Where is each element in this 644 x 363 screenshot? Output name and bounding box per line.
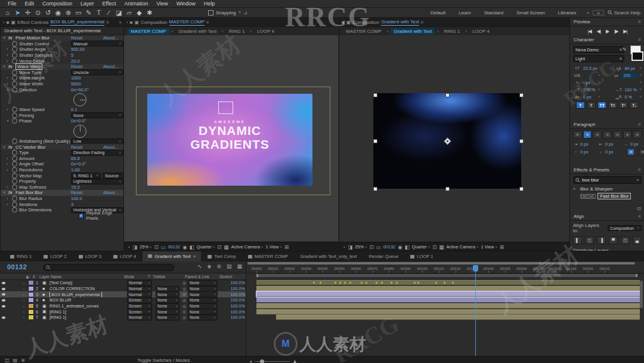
clear-search-icon[interactable]: ×: [636, 177, 639, 183]
resolution-select[interactable]: Quarter˅: [412, 244, 431, 250]
eye-icon[interactable]: [2, 299, 5, 302]
layer-name[interactable]: BOX BLUR: [49, 297, 127, 303]
effect-header-fast-box-blur[interactable]: ˅fxFast Box BlurResetAbout...: [1, 190, 124, 196]
keyframe-mark[interactable]: [381, 282, 383, 284]
mode-dropdown[interactable]: Normal˅: [127, 315, 152, 321]
trkmat-column-header[interactable]: TrkMat: [153, 275, 185, 279]
twirl-open-icon[interactable]: ˅: [3, 36, 8, 40]
layer-name[interactable]: BOX BLUR_experimental: [49, 292, 127, 297]
vertical-scale-field[interactable]: ↕T100 %˅: [573, 86, 600, 93]
graph-editor-icon[interactable]: ▦: [237, 263, 242, 269]
breadcrumb-gradient-with-text[interactable]: Gradient with Text: [175, 28, 219, 35]
trkmat-dropdown[interactable]: None˅: [156, 291, 179, 297]
timeline-tab-loop-2[interactable]: LOOP 2: [38, 251, 72, 262]
composition-master-tab[interactable]: ‹ ■ ▣ Composition MASTER COMP ≡: [124, 18, 339, 27]
twirl-icon[interactable]: ˅: [7, 119, 12, 123]
timeline-tab-loop-4[interactable]: LOOP 4: [108, 251, 141, 262]
layer-name-text[interactable]: BOX BLUR: [49, 297, 71, 303]
keyframe-mark[interactable]: [417, 282, 419, 284]
stretch-value[interactable]: 100.0%: [219, 280, 247, 285]
eye-icon[interactable]: [2, 305, 5, 307]
param-dropdown[interactable]: Low˅: [71, 139, 123, 144]
stopwatch-icon[interactable]: [12, 118, 17, 124]
breadcrumb-loop-4[interactable]: LOOP 4: [469, 28, 493, 35]
timeline-tab-render-queue[interactable]: Render Queue: [363, 251, 404, 262]
about-link[interactable]: About...: [103, 64, 118, 69]
layer-name-text[interactable]: [Text Comp]: [49, 280, 72, 285]
timeline-tab-loop-1[interactable]: LOOP 1: [405, 251, 438, 262]
breadcrumb-master-comp[interactable]: MASTER COMP: [343, 28, 385, 35]
master-comp-viewport[interactable]: AWESOME DYNAMIC GRADIENTS: [124, 35, 338, 241]
roto-brush-tool[interactable]: ◆: [134, 9, 144, 17]
align-layers-button-4[interactable]: ◫: [621, 236, 630, 244]
effect-header-wave-warp[interactable]: ˅fxWave WarpResetAbout...: [1, 64, 124, 70]
keyframe-mark[interactable]: [313, 282, 315, 284]
t-column-header[interactable]: T: [148, 275, 153, 279]
trkmat-dropdown[interactable]: None˅: [156, 286, 179, 292]
pickwhip-icon[interactable]: ◎: [181, 315, 188, 320]
label-color-swatch[interactable]: [28, 315, 34, 320]
faux-style-button-2[interactable]: TT: [597, 101, 606, 109]
twirl-open-icon[interactable]: ˅: [3, 190, 8, 195]
horizontal-scale-value[interactable]: 100 %: [624, 87, 637, 93]
workspace-small-screen[interactable]: Small Screen: [510, 10, 552, 16]
effect-header-pixel-motion-blur[interactable]: ˅fxPixel Motion BlurResetAbout...: [1, 35, 124, 41]
tsume-field[interactable]: ▁A0 %˅: [614, 93, 642, 100]
font-family-select[interactable]: Nexa Demo˅: [573, 46, 624, 53]
twirl-closed-icon[interactable]: ›: [23, 304, 28, 308]
twirl-icon[interactable]: ˅: [7, 88, 12, 92]
parent-dropdown[interactable]: None˅: [188, 309, 218, 315]
stopwatch-icon[interactable]: [12, 47, 17, 52]
label-color-swatch[interactable]: [28, 286, 34, 291]
eye-icon[interactable]: [2, 316, 5, 319]
text-direction-rtl-icon[interactable]: «: [639, 149, 644, 155]
region-of-interest-icon[interactable]: ⊡: [217, 244, 221, 250]
camera-view-select[interactable]: Active Camera˅: [231, 244, 263, 250]
vertical-scale-value[interactable]: 100 %: [583, 87, 596, 93]
effect-name[interactable]: Pixel Motion Blur: [16, 35, 49, 41]
about-link[interactable]: About...: [103, 144, 118, 150]
pixel-aspect-icon[interactable]: ⊞: [284, 244, 289, 250]
playhead-handle[interactable]: [473, 265, 478, 272]
gradient-comp-viewport[interactable]: [339, 35, 569, 241]
timeline-tab-ring-1[interactable]: RING 1: [5, 251, 37, 262]
mask-visibility-icon[interactable]: ▭: [161, 244, 166, 250]
kerning-field[interactable]: V∕A˅: [573, 72, 600, 79]
angle-dial[interactable]: [73, 93, 86, 106]
chevron-left-icon[interactable]: ‹: [126, 20, 128, 25]
faux-style-button-3[interactable]: Tᴛ: [608, 101, 617, 109]
paragraph-align-button-2[interactable]: ≡: [593, 131, 602, 139]
pickwhip-icon[interactable]: ◎: [181, 309, 188, 314]
twirl-icon[interactable]: ›: [7, 196, 12, 201]
twirl-icon[interactable]: ›: [7, 202, 12, 207]
horizontal-scrollbar[interactable]: [247, 262, 635, 264]
tracking-field[interactable]: ᴠᴀ200˅: [612, 72, 642, 79]
layer-bar-color-correction[interactable]: [256, 286, 640, 291]
stopwatch-icon[interactable]: [12, 107, 17, 112]
stopwatch-icon[interactable]: [12, 173, 17, 179]
puppet-tool[interactable]: ✱: [144, 9, 154, 17]
magnification-select[interactable]: 25%˅: [355, 244, 367, 250]
magnification-select[interactable]: 25%˅: [140, 244, 151, 250]
new-preset-icon[interactable]: ⊡: [637, 206, 641, 211]
zoom-slider-knob[interactable]: [260, 359, 264, 363]
font-size-field[interactable]: ᴛT22.5 px˅: [573, 64, 601, 72]
param-value[interactable]: 100.0: [71, 196, 82, 201]
param-dropdown[interactable]: Uncircle˅: [71, 69, 123, 75]
pixel-aspect-icon[interactable]: ⊞: [500, 244, 504, 250]
twirl-closed-icon[interactable]: ›: [23, 293, 28, 296]
work-area-bar[interactable]: [256, 274, 637, 277]
layer-row-box-blur-experimental[interactable]: ›3■BOX BLUR_experimentalNormal˅None˅◎Non…: [0, 291, 246, 297]
tsume-value[interactable]: 0 %: [624, 94, 637, 100]
snap-options-icon[interactable]: ⌖: [239, 10, 242, 16]
reset-link[interactable]: Reset: [71, 64, 82, 69]
keyframe-mark[interactable]: [376, 282, 377, 284]
preview-panel-header[interactable]: Preview ≡: [570, 18, 644, 26]
pan-behind-tool[interactable]: ⊕: [63, 9, 73, 17]
vertical-scrollbar[interactable]: [640, 281, 643, 308]
paragraph-align-button-3[interactable]: ≡: [603, 131, 612, 139]
eye-icon[interactable]: [2, 288, 5, 290]
twirl-icon[interactable]: ›: [7, 82, 12, 86]
twirl-open-icon[interactable]: ˅: [573, 187, 578, 191]
composition-gradient-tab[interactable]: ■ ▣ Composition Gradient with Text ≡: [339, 18, 570, 27]
